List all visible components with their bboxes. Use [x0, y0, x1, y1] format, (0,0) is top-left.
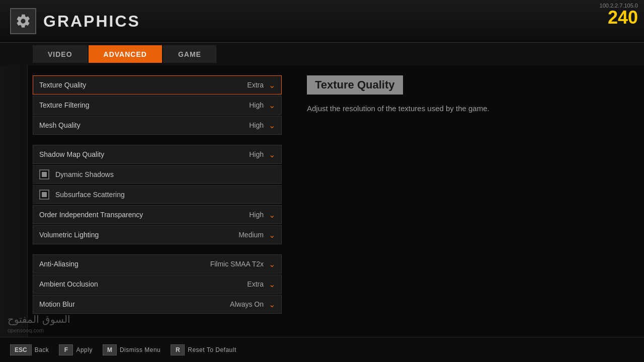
checkbox-icon — [39, 169, 49, 179]
volumetric-lighting-dropdown[interactable]: Volumetric Lighting Medium ⌄ — [33, 225, 282, 244]
reset-label: Reset To Default — [188, 346, 236, 353]
chevron-down-icon: ⌄ — [269, 210, 275, 220]
fps-number: 240 — [600, 9, 638, 27]
header: GRAPHICS 100.2.2.7.105.0 240 — [0, 0, 644, 43]
chevron-down-icon: ⌄ — [269, 259, 275, 269]
tabs-bar: VIDEO ADVANCED GAME — [0, 43, 644, 65]
chevron-down-icon: ⌄ — [269, 101, 275, 110]
back-label: Back — [35, 346, 49, 353]
ambient-occlusion-dropdown[interactable]: Ambient Occlusion Extra ⌄ — [33, 275, 282, 294]
esc-key[interactable]: ESC — [10, 344, 32, 355]
settings-group-3: Anti-Aliasing Filmic SMAA T2x ⌄ Ambient … — [33, 254, 282, 315]
dismiss-label: Dismiss Menu — [120, 346, 160, 353]
watermark: السوق المفتوح opensooq.com — [8, 313, 70, 334]
bottom-bar: ESC Back F Apply M Dismiss Menu R Reset … — [0, 337, 644, 362]
motion-blur-dropdown[interactable]: Motion Blur Always On ⌄ — [33, 295, 282, 314]
order-independent-transparency-dropdown[interactable]: Order Independent Transparency High ⌄ — [33, 205, 282, 224]
dynamic-shadows-checkbox[interactable]: Dynamic Shadows — [33, 165, 282, 184]
texture-filtering-dropdown[interactable]: Texture Filtering High ⌄ — [33, 96, 282, 115]
watermark-arabic: السوق المفتوح — [8, 313, 70, 325]
mesh-quality-dropdown[interactable]: Mesh Quality High ⌄ — [33, 116, 282, 135]
chevron-down-icon: ⌄ — [269, 121, 275, 130]
f-key[interactable]: F — [59, 344, 73, 355]
tab-video[interactable]: VIDEO — [33, 45, 88, 63]
m-key[interactable]: M — [103, 344, 117, 355]
main-content: Texture Quality Extra ⌄ Texture Filterin… — [0, 65, 644, 337]
texture-quality-dropdown[interactable]: Texture Quality Extra ⌄ — [33, 75, 282, 95]
esc-action: ESC Back — [10, 344, 49, 355]
shadow-map-quality-dropdown[interactable]: Shadow Map Quality High ⌄ — [33, 145, 282, 164]
reset-action: R Reset To Default — [171, 344, 236, 355]
fps-counter: 100.2.2.7.105.0 240 — [600, 3, 638, 27]
r-key[interactable]: R — [171, 344, 185, 355]
dismiss-action: M Dismiss Menu — [103, 344, 160, 355]
chevron-down-icon: ⌄ — [269, 230, 275, 240]
info-title: Texture Quality — [307, 75, 403, 95]
chevron-down-icon: ⌄ — [269, 80, 275, 90]
watermark-latin: opensooq.com — [8, 327, 44, 333]
tab-advanced[interactable]: ADVANCED — [89, 45, 162, 63]
chevron-down-icon: ⌄ — [269, 280, 275, 289]
subsurface-scattering-checkbox[interactable]: Subsurface Scattering — [33, 185, 282, 204]
chevron-down-icon: ⌄ — [269, 300, 275, 309]
settings-group-1: Texture Quality Extra ⌄ Texture Filterin… — [33, 75, 282, 136]
page-title: GRAPHICS — [43, 12, 140, 31]
settings-group-2: Shadow Map Quality High ⌄ Dynamic Shadow… — [33, 145, 282, 245]
info-description: Adjust the resolution of the textures us… — [307, 103, 518, 115]
checkbox-icon — [39, 190, 49, 200]
apply-action: F Apply — [59, 344, 93, 355]
apply-label: Apply — [76, 346, 93, 353]
tab-game[interactable]: GAME — [163, 45, 216, 63]
settings-panel: Texture Quality Extra ⌄ Texture Filterin… — [0, 65, 292, 337]
gear-icon — [10, 8, 36, 34]
info-panel: Texture Quality Adjust the resolution of… — [292, 65, 644, 337]
anti-aliasing-dropdown[interactable]: Anti-Aliasing Filmic SMAA T2x ⌄ — [33, 254, 282, 274]
chevron-down-icon: ⌄ — [269, 150, 275, 159]
